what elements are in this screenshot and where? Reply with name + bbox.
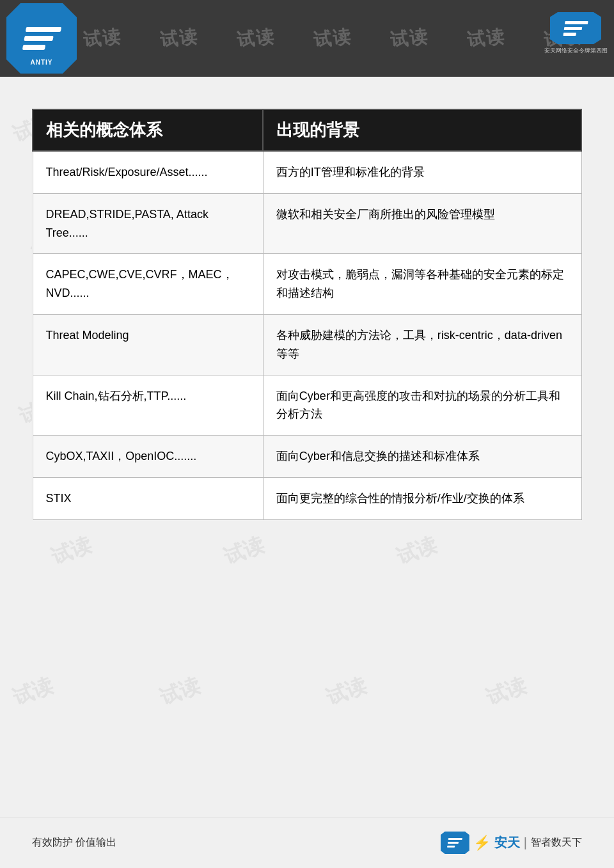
table-cell-right: 面向Cyber和更高强度的攻击和对抗的场景的分析工具和分析方法 xyxy=(263,375,581,436)
watermark-2: 试读 xyxy=(159,24,199,52)
table-cell-left: Kill Chain,钻石分析,TTP...... xyxy=(33,375,263,436)
header-watermarks: 试读 试读 试读 试读 试读 试读 试读 xyxy=(0,0,614,77)
lightning-icon: ⚡ xyxy=(473,835,491,851)
table-row: DREAD,STRIDE,PASTA, Attack Tree......微软和… xyxy=(33,193,581,254)
footer-tagline: 有效防护 价值输出 xyxy=(32,836,116,849)
antiy-logo-line-3 xyxy=(563,33,576,36)
table-cell-right: 面向更完整的综合性的情报分析/作业/交换的体系 xyxy=(263,477,581,519)
table-row: Threat Modeling各种威胁建模的方法论，工具，risk-centri… xyxy=(33,314,581,375)
table-row: CybOX,TAXII，OpenIOC.......面向Cyber和信息交换的描… xyxy=(33,436,581,478)
table-cell-left: Threat/Risk/Exposure/Asset...... xyxy=(33,151,263,193)
header: ANTIY 试读 试读 试读 试读 试读 试读 试读 安天网络安全令牌第四图 xyxy=(0,0,614,77)
body-wm-19: 试读 xyxy=(322,672,370,712)
table-row: CAPEC,CWE,CVE,CVRF，MAEC，NVD......对攻击模式，脆… xyxy=(33,254,581,315)
logo-text: ANTIY xyxy=(31,59,53,66)
antiy-logo-top xyxy=(550,12,601,44)
footer-logo-lines xyxy=(447,838,462,848)
table-row: STIX面向更完整的综合性的情报分析/作业/交换的体系 xyxy=(33,477,581,519)
footer-brand-name: 安天 xyxy=(494,834,520,851)
watermark-6: 试读 xyxy=(466,24,506,52)
antiy-logo-line-1 xyxy=(565,21,588,24)
col1-header: 相关的概念体系 xyxy=(33,109,263,151)
footer-logo-line-3 xyxy=(447,846,455,848)
table-cell-right: 面向Cyber和信息交换的描述和标准体系 xyxy=(263,436,581,478)
watermark-3: 试读 xyxy=(235,24,276,52)
logo-line-2 xyxy=(24,36,53,41)
logo-lines xyxy=(22,27,61,50)
table-cell-right: 西方的IT管理和标准化的背景 xyxy=(263,151,581,193)
header-logo: ANTIY xyxy=(6,3,77,74)
body-wm-17: 试读 xyxy=(9,672,57,712)
table-cell-left: DREAD,STRIDE,PASTA, Attack Tree...... xyxy=(33,193,263,254)
footer-logo-line-1 xyxy=(448,838,462,840)
footer-antiy-logo-icon xyxy=(441,832,469,854)
table-row: Threat/Risk/Exposure/Asset......西方的IT管理和… xyxy=(33,151,581,193)
table-cell-right: 微软和相关安全厂商所推出的风险管理模型 xyxy=(263,193,581,254)
table-cell-left: CybOX,TAXII，OpenIOC....... xyxy=(33,436,263,478)
table-cell-left: CAPEC,CWE,CVE,CVRF，MAEC，NVD...... xyxy=(33,254,263,315)
footer-brand-sub: 智者数天下 xyxy=(531,836,582,849)
logo-line-3 xyxy=(22,45,45,50)
table-cell-right: 各种威胁建模的方法论，工具，risk-centric，data-driven等等 xyxy=(263,314,581,375)
table-cell-left: Threat Modeling xyxy=(33,314,263,375)
footer-brand-separator: | xyxy=(524,835,527,850)
body-wm-18: 试读 xyxy=(156,672,204,712)
footer: 有效防护 价值输出 ⚡ 安天 | 智者数天下 xyxy=(0,817,614,868)
footer-brand: ⚡ 安天 | 智者数天下 xyxy=(441,832,582,854)
table-row: Kill Chain,钻石分析,TTP......面向Cyber和更高强度的攻击… xyxy=(33,375,581,436)
header-right-logo: 安天网络安全令牌第四图 xyxy=(544,6,608,61)
table-cell-right: 对攻击模式，脆弱点，漏洞等各种基础的安全元素的标定和描述结构 xyxy=(263,254,581,315)
body-wm-20: 试读 xyxy=(482,672,530,712)
watermark-5: 试读 xyxy=(389,24,429,52)
table-header-row: 相关的概念体系 出现的背景 xyxy=(33,109,581,151)
main-content: 相关的概念体系 出现的背景 Threat/Risk/Exposure/Asset… xyxy=(0,77,614,546)
table-cell-left: STIX xyxy=(33,477,263,519)
antiy-logo-line-2 xyxy=(564,27,583,30)
main-table: 相关的概念体系 出现的背景 Threat/Risk/Exposure/Asset… xyxy=(32,109,582,520)
antiy-logo-top-lines xyxy=(563,21,588,36)
footer-logo-line-2 xyxy=(448,842,459,844)
col2-header: 出现的背景 xyxy=(263,109,581,151)
watermark-4: 试读 xyxy=(312,24,352,52)
antiy-tagline: 安天网络安全令牌第四图 xyxy=(544,47,608,55)
logo-line-1 xyxy=(25,27,61,32)
watermark-1: 试读 xyxy=(82,24,122,52)
